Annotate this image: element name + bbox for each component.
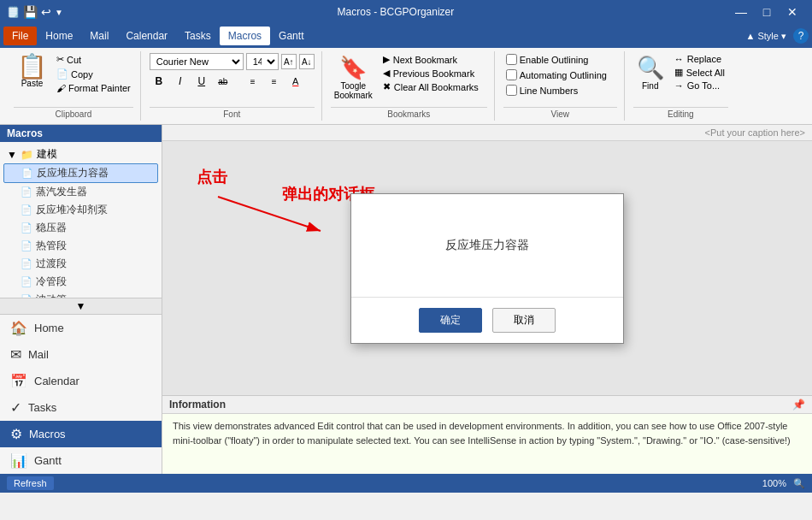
quick-access-save[interactable]: 💾 xyxy=(23,5,38,19)
zoom-icon[interactable]: 🔍 xyxy=(793,478,805,489)
tree-item-1[interactable]: 📄 蒸汽发生器 xyxy=(3,183,158,201)
clipboard-label: Clipboard xyxy=(14,107,133,119)
find-label: Find xyxy=(642,81,658,91)
quick-access-undo[interactable]: ↩ xyxy=(41,5,51,19)
dialog-footer: 确定 取消 xyxy=(351,297,623,343)
info-title-label: Information xyxy=(169,399,226,411)
refresh-button[interactable]: Refresh xyxy=(7,476,54,490)
line-numbers-button[interactable]: Line Numbers xyxy=(503,84,580,97)
tree-root[interactable]: ▼ 📁 建模 xyxy=(3,145,158,163)
status-bar: Refresh 100% 🔍 xyxy=(0,474,812,493)
info-title-bar: Information 📌 xyxy=(162,396,812,414)
tree-expand-icon: ▼ xyxy=(7,149,17,161)
tree-item-6[interactable]: 📄 冷管段 xyxy=(3,273,158,291)
copy-button[interactable]: 📄 Copy xyxy=(54,68,133,80)
tree-item-4[interactable]: 📄 热管段 xyxy=(3,237,158,255)
quick-access-dropdown[interactable]: ▼ xyxy=(55,8,63,17)
indent-right-button[interactable]: ≡ xyxy=(265,73,284,90)
nav-label-mail: Mail xyxy=(28,348,49,361)
menu-macros[interactable]: Macros xyxy=(220,27,270,45)
tree-item-7[interactable]: 📄 波动管 xyxy=(3,291,158,298)
item-icon-0: 📄 xyxy=(21,168,33,179)
format-painter-icon: 🖌 xyxy=(56,83,66,93)
clear-bookmarks-button[interactable]: ✖ Clear All Bookmarks xyxy=(380,80,482,93)
editing-small-buttons: ↔ Replace ▦ Select All → Go To... xyxy=(671,53,728,92)
confirm-button[interactable]: 确定 xyxy=(419,308,482,333)
paste-button[interactable]: 📋 Paste xyxy=(14,53,50,90)
select-all-button[interactable]: ▦ Select All xyxy=(671,66,728,79)
bold-button[interactable]: B xyxy=(150,73,168,90)
tree-item-label-0: 反应堆压力容器 xyxy=(37,166,109,180)
previous-bookmark-button[interactable]: ◀ Previous Bookmark xyxy=(380,67,482,80)
tree-item-label-4: 热管段 xyxy=(36,239,67,253)
format-painter-button[interactable]: 🖌 Format Painter xyxy=(54,82,133,94)
menu-mail[interactable]: Mail xyxy=(81,27,117,45)
clear-bookmark-label: Clear All Bookmarks xyxy=(394,82,479,92)
font-size-select[interactable]: 14 xyxy=(246,53,279,70)
replace-icon: ↔ xyxy=(674,54,684,64)
tree-area: ▼ 📁 建模 📄 反应堆压力容器 📄 蒸汽发生器 📄 反应堆冷却剂泵 📄 稳压器 xyxy=(0,142,162,298)
nav-item-macros[interactable]: ⚙ Macros xyxy=(0,421,162,447)
underline-button[interactable]: U xyxy=(192,73,211,90)
nav-item-gantt[interactable]: 📊 Gantt xyxy=(0,447,162,474)
sidebar: Macros ▼ 📁 建模 📄 反应堆压力容器 📄 蒸汽发生器 📄 反应堆冷却剂… xyxy=(0,125,162,474)
automating-outlining-button[interactable]: Automating Outlining xyxy=(503,68,609,81)
cut-label: Cut xyxy=(67,55,81,65)
indent-left-button[interactable]: ≡ xyxy=(244,73,262,90)
item-icon-3: 📄 xyxy=(21,222,32,233)
tree-item-0[interactable]: 📄 反应堆压力容器 xyxy=(3,163,158,183)
automating-outlining-checkbox[interactable] xyxy=(506,69,517,80)
enable-outlining-checkbox[interactable] xyxy=(506,54,517,65)
nav-item-mail[interactable]: ✉ Mail xyxy=(0,341,162,368)
editing-content: 🔍 Find ↔ Replace ▦ Select All → Go To... xyxy=(633,53,728,105)
clear-icon: ✖ xyxy=(383,81,391,92)
nav-label-calendar: Calendar xyxy=(34,375,79,387)
line-numbers-checkbox[interactable] xyxy=(506,85,517,96)
tree-item-3[interactable]: 📄 稳压器 xyxy=(3,219,158,237)
tree-item-label-5: 过渡段 xyxy=(36,257,67,271)
replace-button[interactable]: ↔ Replace xyxy=(671,53,728,65)
info-panel: Information 📌 This view demonstrates adv… xyxy=(162,395,812,474)
item-icon-2: 📄 xyxy=(21,204,32,216)
minimize-button[interactable]: — xyxy=(728,0,754,24)
tree-item-5[interactable]: 📄 过渡段 xyxy=(3,255,158,273)
window-title: Macros - BCGPOrganizer xyxy=(63,6,728,18)
font-color-button[interactable]: A xyxy=(286,73,305,90)
menu-tasks[interactable]: Tasks xyxy=(176,27,220,45)
zoom-level: 100% xyxy=(762,478,786,488)
cancel-button[interactable]: 取消 xyxy=(492,308,556,333)
nav-item-tasks[interactable]: ✓ Tasks xyxy=(0,394,162,421)
style-dropdown[interactable]: ▲ Style ▾ xyxy=(746,31,786,42)
macros-icon: ⚙ xyxy=(10,426,22,442)
menu-calendar[interactable]: Calendar xyxy=(117,27,176,45)
nav-label-tasks: Tasks xyxy=(28,401,56,414)
cut-button[interactable]: ✂ Cut xyxy=(54,53,133,66)
editor-area[interactable]: 点击 弹出的对话框 反应堆压力容器 xyxy=(162,141,812,395)
caption-text: <Put your caption here> xyxy=(705,127,805,138)
font-grow-button[interactable]: A↑ xyxy=(281,54,297,69)
menu-gantt[interactable]: Gantt xyxy=(270,27,312,45)
maximize-button[interactable]: □ xyxy=(754,0,780,24)
nav-label-macros: Macros xyxy=(29,428,66,440)
strikethrough-button[interactable]: ab xyxy=(214,73,232,90)
italic-button[interactable]: I xyxy=(171,73,190,90)
font-name-select[interactable]: Courier New xyxy=(150,53,244,70)
menu-file[interactable]: File xyxy=(3,27,37,45)
line-numbers-label: Line Numbers xyxy=(520,86,578,96)
find-button[interactable]: 🔍 Find xyxy=(633,53,668,92)
nav-item-home[interactable]: 🏠 Home xyxy=(0,315,162,341)
tree-item-label-2: 反应堆冷却剂泵 xyxy=(36,203,108,217)
toogle-bookmark-button[interactable]: 🔖 ToogleBookmark xyxy=(331,53,376,102)
goto-button[interactable]: → Go To... xyxy=(671,80,728,92)
help-button[interactable]: ? xyxy=(793,28,809,44)
enable-outlining-button[interactable]: Enable Outlining xyxy=(503,53,591,66)
item-icon-6: 📄 xyxy=(21,276,32,287)
nav-items: 🏠 Home ✉ Mail 📅 Calendar ✓ Tasks ⚙ Macro… xyxy=(0,314,162,474)
menu-home[interactable]: Home xyxy=(37,27,81,45)
nav-item-calendar[interactable]: 📅 Calendar xyxy=(0,368,162,394)
font-shrink-button[interactable]: A↓ xyxy=(299,54,315,69)
tree-item-2[interactable]: 📄 反应堆冷却剂泵 xyxy=(3,201,158,219)
close-button[interactable]: ✕ xyxy=(780,0,805,24)
scroll-down-btn[interactable]: ▼ xyxy=(0,298,162,314)
next-bookmark-button[interactable]: ▶ Next Bookmark xyxy=(380,53,482,66)
